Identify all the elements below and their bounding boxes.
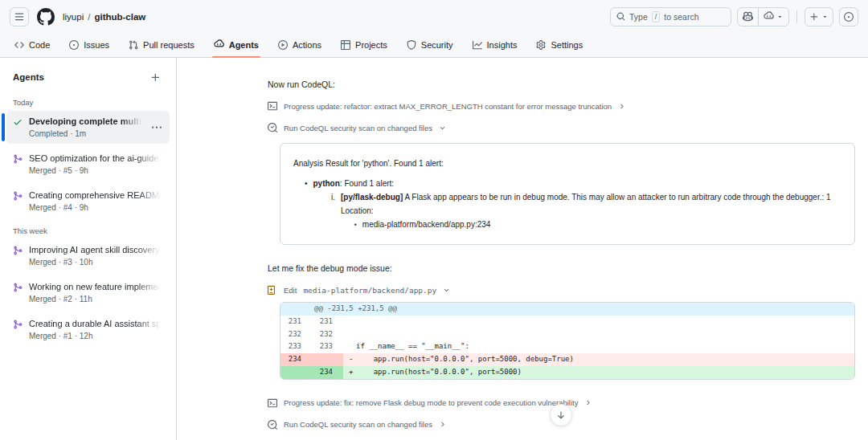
plus-icon (150, 72, 161, 83)
sidebar-section-label: Today (6, 93, 170, 111)
step-label: Progress update: refactor: extract MAX_E… (284, 102, 612, 111)
step-label: Run CodeQL security scan on changed file… (284, 420, 432, 429)
edit-file-step[interactable]: Edit media-platform/backend/app.py (268, 284, 855, 295)
tab-actions[interactable]: Actions (272, 33, 328, 56)
alert-description: A Flask app appears to be run in debug m… (341, 193, 831, 215)
diff-code (356, 316, 854, 328)
diff-marker (343, 340, 356, 353)
your-issues-button[interactable] (839, 7, 858, 26)
analysis-list-item: python: Found 1 alert: (305, 177, 841, 190)
breadcrumb-owner-link[interactable]: liyupi (63, 12, 84, 22)
codescan-icon (268, 420, 277, 430)
diff-row: 233233if __name__ == "__main__": (280, 340, 854, 353)
progress-update-step[interactable]: Progress update: refactor: extract MAX_E… (268, 100, 855, 112)
chevron-down-icon (443, 287, 450, 294)
chevron-right-icon (618, 103, 625, 110)
new-line-number: 234 (312, 366, 343, 379)
copilot-agent-cloud-icon (764, 11, 774, 22)
terminal-icon (268, 101, 277, 111)
tab-code[interactable]: Code (8, 33, 56, 56)
tab-insights[interactable]: Insights (466, 33, 524, 56)
diff-marker (343, 328, 356, 341)
tab-issues[interactable]: Issues (63, 33, 116, 56)
tab-label: Settings (551, 40, 583, 50)
check-icon (13, 117, 23, 127)
kebab-icon (152, 123, 162, 132)
header-actions: Type / to search (610, 7, 858, 26)
search-icon (616, 12, 625, 21)
agent-task-status: Merged · #1 · 12h (29, 332, 163, 340)
tab-agents[interactable]: Agents (207, 33, 265, 56)
sidebar-title: Agents (13, 72, 44, 82)
chevron-right-icon (584, 399, 592, 406)
tab-label: Pull requests (143, 40, 194, 50)
agent-message: Now run CodeQL: (268, 79, 855, 91)
header-divider (796, 10, 797, 23)
tab-label: Security (421, 40, 453, 50)
tab-projects[interactable]: Projects (334, 33, 394, 56)
new-agent-task-button[interactable] (147, 69, 163, 85)
diff-row: 232232 (280, 328, 854, 341)
slash-key-hint: / (652, 11, 661, 22)
analysis-language: python (313, 179, 340, 188)
repo-nav: Code Issues Pull requests Agents Actions… (0, 33, 868, 58)
caret-down-icon (776, 13, 784, 20)
agent-task-title: Developing complete multim (29, 116, 144, 126)
codeql-scan-step[interactable]: Run CodeQL security scan on changed file… (268, 122, 855, 133)
agent-task-item[interactable]: SEO optimization for the ai-guide Merged… (6, 148, 170, 181)
hamburger-button[interactable] (10, 7, 29, 26)
search-input[interactable]: Type / to search (610, 7, 731, 26)
task-options-button[interactable] (150, 121, 163, 134)
alert-location: media-platform/backend/app.py:234 (362, 218, 491, 231)
diff-row: 231231 (280, 316, 854, 328)
plus-icon (809, 12, 819, 22)
scroll-to-bottom-button[interactable] (550, 404, 572, 426)
git-merge-icon (13, 320, 23, 329)
breadcrumb-separator: / (88, 12, 90, 22)
git-merge-icon (13, 246, 23, 255)
git-merge-icon (13, 283, 23, 292)
github-logo[interactable] (37, 8, 55, 26)
diff-marker: + (343, 366, 356, 379)
old-line-number: 233 (280, 340, 312, 353)
copilot-button[interactable] (738, 8, 758, 26)
old-line-number: 231 (280, 316, 312, 328)
copilot-agent-cloud-icon (214, 39, 224, 50)
breadcrumb-repo-link[interactable]: github-claw (94, 12, 145, 22)
graph-icon (473, 40, 482, 50)
agent-message: Let me fix the debug mode issue: (268, 263, 855, 275)
issue-opened-icon (844, 12, 854, 22)
copilot-agents-menu-button[interactable] (758, 8, 788, 26)
copilot-icon (743, 11, 753, 22)
agent-task-item[interactable]: Developing complete multim Completed · 1… (6, 111, 170, 144)
diff-code: if __name__ == "__main__": (356, 340, 854, 353)
agent-task-item[interactable]: Working on new feature implemen Merged ·… (6, 276, 170, 309)
git-merge-icon (13, 191, 23, 201)
issue-opened-icon (69, 40, 79, 50)
tab-label: Projects (355, 40, 387, 50)
app-header: liyupi / github-claw Type / to search (0, 0, 868, 58)
agent-task-title: Creating a durable AI assistant sp (29, 319, 163, 328)
tab-settings[interactable]: Settings (530, 33, 589, 56)
agent-task-item[interactable]: Improving AI agent skill discovery Merge… (6, 239, 170, 272)
analysis-summary: Analysis Result for 'python'. Found 1 al… (293, 157, 841, 170)
global-bar: liyupi / github-claw Type / to search (0, 0, 868, 33)
caret-down-icon (821, 13, 829, 20)
agent-task-item[interactable]: Creating comprehensive README Merged · #… (6, 185, 170, 218)
tab-security[interactable]: Security (400, 33, 460, 56)
tab-pull-requests[interactable]: Pull requests (122, 33, 201, 56)
edited-file-path: media-platform/backend/app.py (303, 286, 436, 295)
agent-task-title: Improving AI agent skill discovery (29, 245, 163, 255)
new-line-number: 232 (312, 328, 343, 341)
tab-label: Insights (487, 40, 518, 50)
agent-task-status: Completed · 1m (29, 129, 144, 138)
new-line-number: 233 (312, 340, 343, 353)
terminal-icon (268, 398, 277, 408)
tab-label: Agents (229, 40, 259, 50)
create-new-button[interactable] (805, 7, 833, 26)
list-marker: i. (331, 190, 335, 218)
arrow-down-icon (556, 410, 566, 420)
agent-task-item[interactable]: Creating a durable AI assistant sp Merge… (6, 313, 170, 346)
file-diff-icon (268, 285, 277, 295)
agents-sidebar: Agents Today Developing complete multim … (0, 58, 177, 440)
